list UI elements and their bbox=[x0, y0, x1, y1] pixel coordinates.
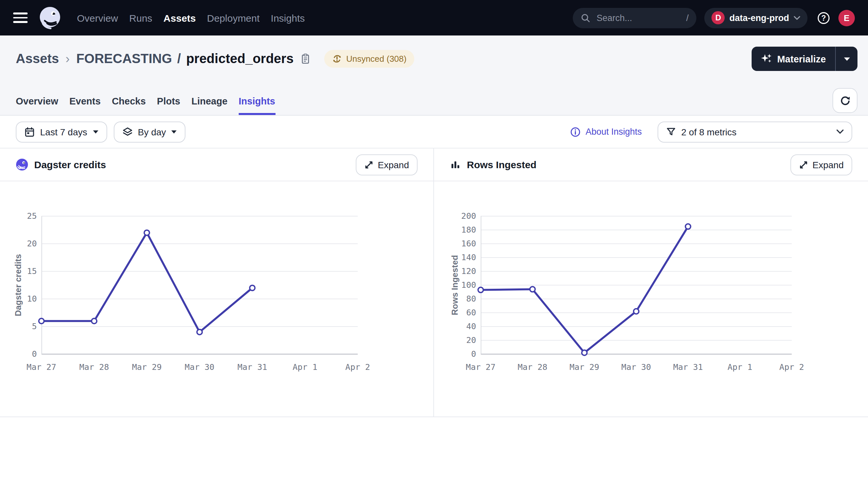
breadcrumb-assets-link[interactable]: Assets bbox=[16, 51, 59, 66]
tab-checks[interactable]: Checks bbox=[112, 96, 146, 115]
chart-panel-dagster-credits: Dagster credits Expand 0510152025Mar 27M… bbox=[0, 148, 434, 417]
expand-icon bbox=[799, 160, 808, 169]
chart-panel-rows-ingested: Rows Ingested Expand 0204060801001201401… bbox=[434, 148, 868, 417]
breadcrumb-chevron: › bbox=[65, 52, 70, 66]
about-insights-link[interactable]: About Insights bbox=[571, 127, 642, 137]
svg-text:10: 10 bbox=[27, 294, 37, 303]
expand-button[interactable]: Expand bbox=[790, 154, 852, 175]
svg-text:0: 0 bbox=[32, 349, 37, 359]
unsynced-badge[interactable]: Unsynced (308) bbox=[324, 50, 414, 68]
svg-text:200: 200 bbox=[461, 211, 476, 221]
svg-text:160: 160 bbox=[461, 239, 476, 248]
svg-text:80: 80 bbox=[466, 294, 476, 303]
svg-text:Mar 28: Mar 28 bbox=[79, 362, 109, 372]
svg-text:Mar 30: Mar 30 bbox=[622, 362, 651, 372]
svg-text:120: 120 bbox=[461, 266, 476, 276]
svg-text:15: 15 bbox=[27, 266, 37, 276]
svg-text:Apr 2: Apr 2 bbox=[345, 362, 370, 372]
top-nav: Overview Runs Assets Deployment Insights… bbox=[0, 0, 868, 36]
nav-item-assets[interactable]: Assets bbox=[163, 12, 196, 23]
nav-item-deployment[interactable]: Deployment bbox=[207, 12, 260, 23]
svg-text:140: 140 bbox=[461, 253, 476, 262]
svg-text:40: 40 bbox=[466, 322, 476, 331]
rows-ingested-line-chart[interactable]: 020406080100120140160180200Mar 27Mar 28M… bbox=[434, 181, 868, 417]
insights-charts: Dagster credits Expand 0510152025Mar 27M… bbox=[0, 148, 868, 417]
menu-icon[interactable] bbox=[13, 12, 28, 23]
breadcrumb-group-link[interactable]: FORECASTING bbox=[76, 51, 172, 66]
svg-text:Apr 1: Apr 1 bbox=[293, 362, 317, 372]
search-shortcut-hint: / bbox=[686, 13, 689, 23]
search-placeholder: Search... bbox=[597, 13, 680, 23]
expand-label: Expand bbox=[813, 159, 844, 170]
svg-text:Mar 27: Mar 27 bbox=[27, 362, 56, 372]
svg-text:Mar 31: Mar 31 bbox=[673, 362, 703, 372]
svg-text:?: ? bbox=[821, 13, 826, 22]
chart-panel-header: Dagster credits Expand bbox=[0, 148, 433, 181]
date-range-label: Last 7 days bbox=[40, 127, 87, 137]
materialize-button[interactable]: Materialize bbox=[752, 47, 836, 71]
unsynced-badge-label: Unsynced (308) bbox=[346, 54, 407, 64]
svg-text:60: 60 bbox=[466, 308, 476, 317]
svg-text:Rows Ingested: Rows Ingested bbox=[450, 255, 460, 315]
nav-item-overview[interactable]: Overview bbox=[77, 12, 118, 23]
sync-issue-icon bbox=[332, 54, 342, 64]
dagster-credits-icon bbox=[16, 158, 28, 171]
refresh-button[interactable] bbox=[832, 88, 857, 113]
chart-title: Dagster credits bbox=[34, 159, 106, 170]
svg-text:100: 100 bbox=[461, 280, 476, 290]
tab-events[interactable]: Events bbox=[69, 96, 101, 115]
asset-header: Assets › FORECASTING / predicted_orders bbox=[0, 36, 868, 116]
materialize-dropdown-button[interactable] bbox=[836, 47, 857, 71]
filter-funnel-icon bbox=[666, 127, 676, 137]
caret-down-icon bbox=[92, 130, 98, 134]
screen: Overview Runs Assets Deployment Insights… bbox=[0, 0, 868, 498]
tab-overview[interactable]: Overview bbox=[16, 96, 58, 115]
svg-text:20: 20 bbox=[27, 239, 37, 248]
about-insights-label: About Insights bbox=[586, 127, 642, 137]
granularity-filter[interactable]: By day bbox=[113, 121, 186, 142]
asset-tabs: Overview Events Checks Plots Lineage Ins… bbox=[16, 96, 275, 115]
deployment-badge: D bbox=[712, 11, 725, 24]
expand-button[interactable]: Expand bbox=[355, 154, 418, 175]
info-icon bbox=[571, 127, 581, 137]
help-icon[interactable]: ? bbox=[817, 11, 830, 25]
refresh-icon bbox=[839, 95, 851, 106]
nav-item-runs[interactable]: Runs bbox=[129, 12, 152, 23]
breadcrumb: Assets › FORECASTING / predicted_orders bbox=[0, 36, 868, 71]
calendar-icon bbox=[24, 127, 35, 137]
dagster-app: Overview Runs Assets Deployment Insights… bbox=[0, 0, 868, 498]
user-avatar[interactable]: E bbox=[839, 10, 855, 26]
tab-plots[interactable]: Plots bbox=[157, 96, 180, 115]
dagster-logo-icon[interactable] bbox=[38, 5, 63, 30]
asset-name: predicted_orders bbox=[186, 51, 294, 66]
insights-filter-bar: Last 7 days By day About Insights bbox=[0, 116, 868, 148]
svg-text:20: 20 bbox=[466, 336, 476, 345]
date-range-filter[interactable]: Last 7 days bbox=[16, 121, 107, 142]
deployment-switcher[interactable]: D data-eng-prod bbox=[705, 8, 808, 28]
materialize-split-button: Materialize bbox=[752, 47, 857, 71]
svg-text:Mar 29: Mar 29 bbox=[570, 362, 599, 372]
caret-down-icon bbox=[171, 130, 177, 134]
svg-text:5: 5 bbox=[32, 322, 37, 331]
svg-text:25: 25 bbox=[27, 211, 37, 221]
description-icon[interactable] bbox=[300, 53, 311, 64]
tab-lineage[interactable]: Lineage bbox=[191, 96, 228, 115]
svg-text:180: 180 bbox=[461, 225, 476, 235]
svg-text:Mar 31: Mar 31 bbox=[238, 362, 267, 372]
svg-text:Apr 2: Apr 2 bbox=[779, 362, 804, 372]
tab-insights[interactable]: Insights bbox=[239, 96, 275, 115]
search-input[interactable]: Search... / bbox=[573, 8, 697, 28]
svg-text:Mar 28: Mar 28 bbox=[518, 362, 547, 372]
caret-down-icon bbox=[843, 57, 850, 61]
chart-panel-header: Rows Ingested Expand bbox=[434, 148, 868, 181]
materialize-label: Materialize bbox=[777, 54, 826, 64]
search-icon bbox=[581, 13, 591, 23]
dagster-logo-glyph bbox=[38, 5, 63, 30]
metrics-filter-select[interactable]: 2 of 8 metrics bbox=[658, 121, 852, 142]
sparkles-icon bbox=[761, 53, 772, 64]
dagster-credits-line-chart[interactable]: 0510152025Mar 27Mar 28Mar 29Mar 30Mar 31… bbox=[0, 181, 434, 417]
chart-title: Rows Ingested bbox=[467, 159, 537, 170]
layers-icon bbox=[122, 127, 132, 137]
granularity-label: By day bbox=[138, 127, 166, 137]
nav-item-insights[interactable]: Insights bbox=[271, 12, 305, 23]
